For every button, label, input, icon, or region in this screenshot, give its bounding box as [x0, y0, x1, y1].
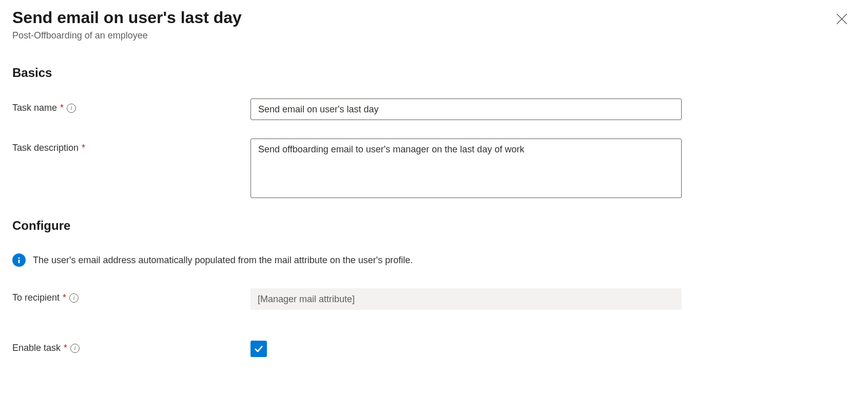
required-indicator: * [64, 343, 67, 353]
close-icon [835, 12, 848, 26]
required-indicator: * [60, 103, 64, 113]
close-button[interactable] [833, 10, 851, 30]
required-indicator: * [63, 292, 66, 303]
task-name-label: Task name [12, 103, 57, 113]
info-icon[interactable]: i [67, 104, 76, 113]
to-recipient-field: [Manager mail attribute] [250, 288, 682, 310]
task-description-label: Task description [12, 143, 79, 153]
svg-point-2 [18, 258, 20, 259]
info-icon[interactable]: i [69, 293, 79, 303]
page-subtitle: Post-Offboarding of an employee [12, 30, 242, 41]
section-heading-basics: Basics [12, 66, 856, 80]
to-recipient-label: To recipient [12, 292, 60, 303]
checkmark-icon [254, 344, 264, 354]
required-indicator: * [82, 143, 85, 153]
info-icon[interactable]: i [70, 344, 80, 353]
info-banner-icon [12, 253, 26, 267]
page-title: Send email on user's last day [12, 8, 242, 27]
svg-rect-3 [18, 260, 20, 263]
to-recipient-value: [Manager mail attribute] [258, 294, 355, 305]
task-name-input[interactable] [250, 98, 682, 120]
info-banner-text: The user's email address automatically p… [33, 255, 413, 266]
section-heading-configure: Configure [12, 219, 856, 233]
enable-task-checkbox[interactable] [250, 341, 267, 357]
enable-task-label: Enable task [12, 343, 61, 353]
task-description-input[interactable] [250, 139, 682, 198]
